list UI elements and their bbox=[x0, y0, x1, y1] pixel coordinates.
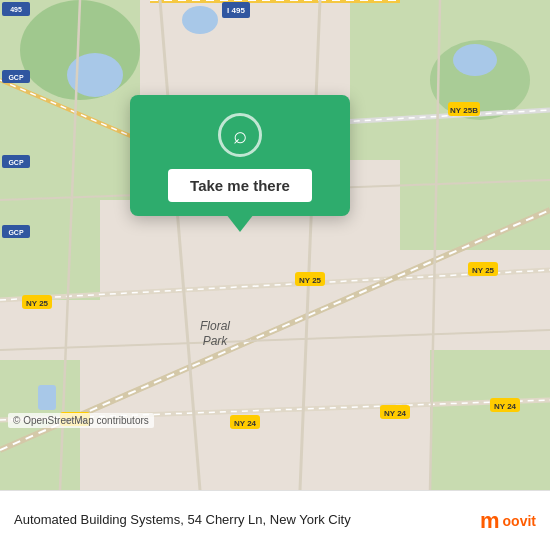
moovit-logo[interactable]: moovit bbox=[480, 510, 536, 532]
svg-rect-5 bbox=[430, 350, 550, 490]
svg-point-11 bbox=[453, 44, 497, 76]
svg-text:I 495: I 495 bbox=[227, 6, 245, 15]
map-container[interactable]: I 495 NY 25B GCP GCP GCP NY 25 NY 25 NY … bbox=[0, 0, 550, 490]
svg-rect-12 bbox=[38, 385, 56, 410]
moovit-m-letter: m bbox=[480, 510, 500, 532]
bottom-bar: Automated Building Systems, 54 Cherry Ln… bbox=[0, 490, 550, 550]
svg-text:NY 24: NY 24 bbox=[234, 419, 257, 428]
address-text: Automated Building Systems, 54 Cherry Ln… bbox=[14, 512, 351, 529]
svg-text:Park: Park bbox=[203, 334, 229, 348]
take-me-there-button[interactable]: Take me there bbox=[168, 169, 312, 202]
svg-text:NY 24: NY 24 bbox=[384, 409, 407, 418]
osm-attribution: © OpenStreetMap contributors bbox=[8, 413, 154, 428]
moovit-text: oovit bbox=[503, 513, 536, 529]
svg-text:Floral: Floral bbox=[200, 319, 230, 333]
svg-text:GCP: GCP bbox=[8, 74, 24, 81]
svg-text:NY 25B: NY 25B bbox=[450, 106, 478, 115]
svg-rect-4 bbox=[400, 150, 550, 250]
popup-card: ⌕ Take me there bbox=[130, 95, 350, 216]
location-pin-icon: ⌕ bbox=[233, 123, 247, 147]
svg-text:495: 495 bbox=[10, 6, 22, 13]
osm-text: © OpenStreetMap contributors bbox=[13, 415, 149, 426]
svg-point-10 bbox=[182, 6, 218, 34]
svg-text:NY 25: NY 25 bbox=[472, 266, 495, 275]
svg-text:NY 25: NY 25 bbox=[26, 299, 49, 308]
svg-text:NY 24: NY 24 bbox=[494, 402, 517, 411]
svg-text:GCP: GCP bbox=[8, 229, 24, 236]
location-icon-circle: ⌕ bbox=[218, 113, 262, 157]
svg-text:NY 25: NY 25 bbox=[299, 276, 322, 285]
svg-text:GCP: GCP bbox=[8, 159, 24, 166]
